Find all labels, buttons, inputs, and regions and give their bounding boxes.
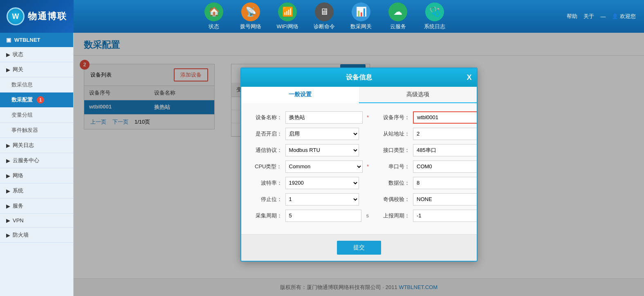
field-enable: 是否开启： 启用 禁用 (249, 128, 369, 140)
nav-icon-status: 🏠 (204, 2, 223, 21)
field-interface: 接口类型： 485串口 232串口 网口 (377, 144, 478, 156)
field-device-name: 设备名称： * (249, 111, 369, 124)
select-stop-bits[interactable]: 1 2 (285, 193, 359, 206)
sidebar-label-vpn: VPN (13, 217, 24, 224)
nav-item-status[interactable]: 🏠 状态 (202, 2, 226, 30)
field-slave-addr: 从站地址： (377, 128, 478, 140)
input-device-id[interactable] (413, 111, 478, 124)
required-star-cpu: * (367, 163, 369, 169)
input-collect-cycle[interactable] (285, 210, 361, 222)
field-report-cycle: 上报周期： s (377, 210, 478, 222)
sidebar-item-network[interactable]: ▶ 网络 (0, 168, 73, 183)
sidebar-item-firewall[interactable]: ▶ 防火墙 (0, 228, 73, 243)
field-parity: 奇偶校验： NONE ODD EVEN (377, 193, 478, 206)
select-interface[interactable]: 485串口 232串口 网口 (413, 144, 478, 156)
select-protocol[interactable]: Modbus RTU Modbus TCP (285, 144, 359, 156)
label-port: 串口号： (377, 163, 410, 170)
sidebar-item-vpn[interactable]: ▶ VPN (0, 214, 73, 228)
sidebar-label-event_trigger: 事件触发器 (11, 127, 38, 134)
sidebar-label-gateway: 网关 (13, 66, 23, 73)
label-protocol: 通信协议： (249, 147, 282, 154)
sidebar-header: ▣ WTBLNET (0, 33, 73, 47)
nav-item-datacollect[interactable]: 📊 数采网关 (349, 2, 373, 30)
user-label: 👤 欢迎您 (612, 13, 636, 20)
sidebar-label-cloud_center: 云服务中心 (13, 157, 39, 164)
modal-dialog: 设备信息 X 一般设置 高级选项 3 设备名称： (240, 68, 478, 262)
select-parity[interactable]: NONE ODD EVEN (413, 193, 478, 206)
sidebar-item-event_trigger[interactable]: 事件触发器 (0, 123, 73, 138)
sidebar-item-gateway_log[interactable]: ▶ 网关日志 (0, 138, 73, 153)
modal-title: 设备信息 (346, 74, 372, 81)
submit-button[interactable]: 提交 (337, 241, 381, 255)
nav-item-diag[interactable]: 🖥 诊断命令 (312, 2, 337, 30)
modal-header: 设备信息 X (241, 68, 477, 87)
input-device-name[interactable] (285, 111, 363, 124)
tab-advanced[interactable]: 高级选项 (359, 87, 477, 102)
collect-unit: s (366, 212, 369, 219)
nav-label-syslog: 系统日志 (424, 23, 445, 30)
sidebar-label-datacollect_info: 数采信息 (11, 81, 33, 88)
nav-label-wifi: WIFI网络 (276, 23, 298, 30)
sidebar-badge-datacollect_config: 1 (37, 96, 44, 104)
modal-close-button[interactable]: X (467, 73, 471, 82)
nav-item-syslog[interactable]: 🩺 系统日志 (422, 2, 447, 30)
nav-label-dialup: 拨号网络 (240, 23, 261, 30)
label-interface: 接口类型： (377, 147, 410, 154)
form-grid: 设备名称： * 是否开启： 启用 禁用 (249, 111, 469, 226)
sidebar-item-datacollect_info[interactable]: 数采信息 (0, 77, 73, 93)
sidebar-label-service: 服务 (13, 202, 23, 210)
select-enable[interactable]: 启用 禁用 (285, 128, 359, 140)
select-baud[interactable]: 9600 19200 38400 115200 (285, 177, 359, 189)
modal-footer: 提交 (241, 234, 477, 261)
sidebar-label-system: 系统 (13, 187, 23, 194)
sidebar-item-cloud_center[interactable]: ▶ 云服务中心 (0, 153, 73, 168)
input-report-cycle[interactable] (413, 210, 478, 222)
modal-body: 设备名称： * 是否开启： 启用 禁用 (241, 103, 477, 234)
sidebar-item-service[interactable]: ▶ 服务 (0, 199, 73, 214)
input-slave-addr[interactable] (413, 128, 478, 140)
nav-icons: 🏠 状态 📡 拨号网络 📶 WIFI网络 🖥 诊断命令 📊 数采网关 ☁ 云服务… (74, 2, 567, 30)
form-col-right: 设备序号： * 从站地址： 接口类型： (377, 111, 478, 226)
label-cpu: CPU类型： (249, 163, 282, 170)
label-collect-cycle: 采集周期： (249, 212, 282, 219)
help-link[interactable]: 帮助 (567, 13, 577, 20)
label-report-cycle: 上报周期： (377, 212, 410, 219)
nav-icon-datacollect: 📊 (352, 2, 370, 21)
sidebar-label-gateway_log: 网关日志 (13, 142, 34, 149)
about-link[interactable]: 关于 (583, 13, 594, 20)
sidebar-item-datacollect_config[interactable]: 数采配置1 (0, 93, 73, 108)
sidebar-item-gateway[interactable]: ▶ 网关 (0, 62, 73, 77)
nav-icon-diag: 🖥 (315, 2, 334, 21)
sidebar-item-var_group[interactable]: 变量分组 (0, 108, 73, 123)
select-port[interactable]: COM0 COM1 COM2 (413, 160, 478, 173)
logo-area: W 物通博联 (0, 0, 74, 33)
sidebar-label-firewall: 防火墙 (13, 231, 29, 239)
label-slave-addr: 从站地址： (377, 130, 410, 138)
sidebar-label-network: 网络 (13, 172, 23, 179)
field-data-bits: 数据位： 7 8 (377, 177, 478, 189)
sidebar: ▣ WTBLNET ▶ 状态▶ 网关数采信息数采配置1变量分组事件触发器▶ 网关… (0, 33, 74, 296)
label-enable: 是否开启： (249, 130, 282, 138)
select-cpu[interactable]: Common Other (285, 160, 363, 173)
nav-item-dialup[interactable]: 📡 拨号网络 (238, 2, 263, 30)
sidebar-label-datacollect_config: 数采配置 (11, 96, 33, 104)
nav-label-status: 状态 (209, 23, 219, 30)
field-cpu-type: CPU类型： Common Other * (249, 160, 369, 173)
sidebar-item-system[interactable]: ▶ 系统 (0, 183, 73, 199)
select-data-bits[interactable]: 7 8 (413, 177, 478, 189)
field-port: 串口号： COM0 COM1 COM2 (377, 160, 478, 173)
logo-text: 物通博联 (28, 10, 67, 23)
nav-item-wifi[interactable]: 📶 WIFI网络 (275, 2, 300, 30)
sidebar-title: WTBLNET (14, 37, 40, 43)
main-layout: ▣ WTBLNET ▶ 状态▶ 网关数采信息数采配置1变量分组事件触发器▶ 网关… (0, 33, 644, 296)
field-baud: 波特率： 9600 19200 38400 115200 (249, 177, 369, 189)
label-device-id: 设备序号： (377, 114, 410, 121)
header: W 物通博联 🏠 状态 📡 拨号网络 📶 WIFI网络 🖥 诊断命令 📊 数采网… (0, 0, 644, 33)
separator: — (600, 14, 606, 20)
tab-general[interactable]: 一般设置 (241, 87, 359, 103)
sidebar-item-status[interactable]: ▶ 状态 (0, 47, 73, 62)
nav-item-cloud[interactable]: ☁ 云服务 (386, 2, 410, 30)
label-data-bits: 数据位： (377, 179, 410, 187)
modal-overlay: 设备信息 X 一般设置 高级选项 3 设备名称： (74, 33, 644, 296)
field-collect-cycle: 采集周期： s (249, 210, 369, 222)
